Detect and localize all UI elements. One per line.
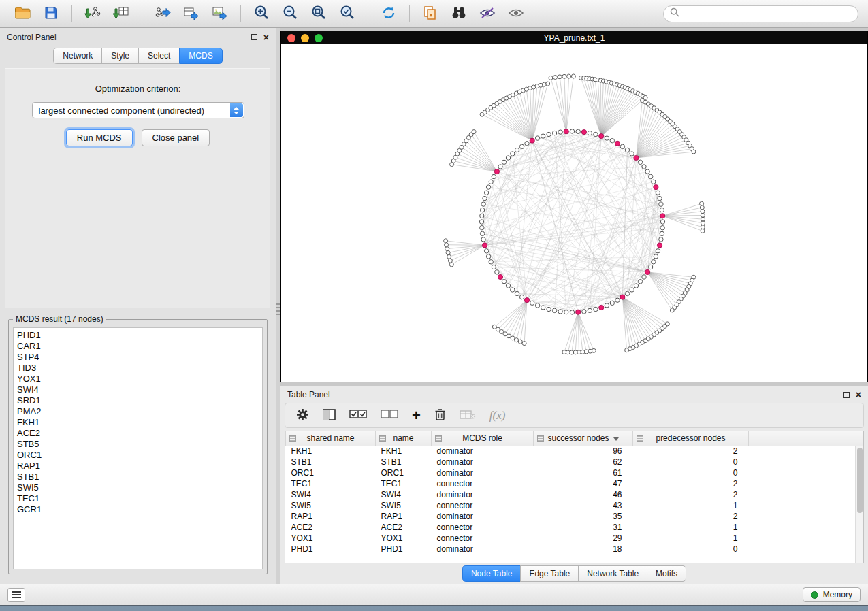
table-row[interactable]: ORC1ORC1dominator610 [286, 467, 863, 478]
table-cell[interactable]: 96 [534, 446, 633, 457]
table-cell[interactable]: connector [432, 500, 534, 511]
zoom-selected-button[interactable] [334, 3, 360, 24]
table-cell[interactable]: TEC1 [286, 478, 376, 489]
table-cell[interactable]: connector [432, 533, 534, 544]
table-cell[interactable]: SWI5 [376, 500, 432, 511]
table-cell[interactable]: 0 [633, 457, 749, 467]
zoom-out-button[interactable] [277, 3, 303, 24]
float-window-icon[interactable] [251, 34, 257, 40]
tab-network[interactable]: Network [53, 48, 101, 64]
vizmapper-button[interactable] [475, 3, 500, 24]
select-all-button[interactable] [349, 410, 367, 422]
mcds-result-item[interactable]: TEC1 [17, 493, 259, 504]
table-cell[interactable]: STB1 [376, 457, 432, 467]
column-sort-icon[interactable] [379, 435, 386, 442]
tab-node-table[interactable]: Node Table [462, 565, 521, 582]
criterion-select[interactable]: largest connected component (undirected) [32, 102, 244, 118]
table-row[interactable]: SWI5SWI5connector431 [286, 500, 863, 511]
table-cell[interactable]: 1 [633, 500, 749, 511]
table-cell[interactable]: dominator [432, 446, 534, 457]
mcds-result-item[interactable]: TID3 [17, 363, 259, 374]
mcds-result-item[interactable]: SWI5 [17, 482, 259, 493]
delete-column-button[interactable] [434, 408, 446, 423]
open-session-button[interactable] [10, 3, 35, 24]
table-settings-button[interactable] [296, 408, 309, 423]
column-sort-icon[interactable] [537, 435, 544, 442]
table-cell[interactable]: ORC1 [376, 467, 432, 478]
table-cell[interactable]: 2 [633, 511, 749, 522]
table-cell[interactable]: FKH1 [376, 446, 432, 457]
duplicate-network-button[interactable] [417, 3, 443, 24]
hide-column-button[interactable] [460, 410, 476, 422]
table-cell[interactable]: SWI5 [286, 500, 376, 511]
table-scrollbar[interactable] [855, 446, 863, 563]
table-cell[interactable]: 46 [534, 489, 633, 500]
table-cell[interactable]: 43 [534, 500, 633, 511]
search-box[interactable] [663, 5, 858, 22]
mcds-result-item[interactable]: ORC1 [17, 450, 259, 461]
zoom-fit-button[interactable] [306, 3, 332, 24]
float-window-icon[interactable] [843, 392, 850, 398]
table-cell[interactable]: 35 [534, 511, 633, 522]
table-cell[interactable]: FKH1 [286, 446, 376, 457]
table-cell[interactable]: 1 [633, 533, 749, 544]
table-cell[interactable]: 47 [534, 478, 633, 489]
table-cell[interactable]: 2 [633, 489, 749, 500]
column-filter-dropdown-icon[interactable] [613, 437, 619, 441]
table-cell[interactable]: 31 [534, 522, 633, 533]
table-cell[interactable]: 2 [633, 446, 749, 457]
mcds-result-item[interactable]: YOX1 [17, 374, 259, 384]
column-sort-icon[interactable] [435, 435, 442, 442]
close-panel-button[interactable]: Close panel [142, 129, 210, 146]
table-row[interactable]: TEC1TEC1connector472 [286, 478, 863, 489]
close-panel-icon[interactable]: × [856, 390, 861, 399]
tab-motifs[interactable]: Motifs [647, 565, 686, 582]
network-canvas[interactable] [281, 44, 867, 382]
export-image-button[interactable] [207, 3, 233, 24]
table-cell[interactable]: 2 [633, 478, 749, 489]
mcds-result-item[interactable]: STB1 [17, 472, 259, 482]
column-sort-icon[interactable] [289, 435, 296, 442]
mcds-result-item[interactable]: SRD1 [17, 395, 259, 406]
table-cell[interactable]: dominator [432, 457, 534, 467]
table-cell[interactable]: YOX1 [376, 533, 432, 544]
import-table-button[interactable] [108, 3, 134, 24]
export-table-button[interactable] [178, 3, 204, 24]
table-cell[interactable]: STB1 [286, 457, 376, 467]
memory-button[interactable]: Memory [803, 587, 861, 602]
table-cell[interactable]: dominator [432, 467, 534, 478]
function-builder-button[interactable]: f(x) [489, 409, 506, 423]
table-row[interactable]: STB1STB1dominator620 [286, 457, 863, 467]
mcds-result-item[interactable]: FKH1 [17, 417, 259, 428]
mcds-result-list[interactable]: PHD1CAR1STP4TID3YOX1SWI4SRD1PMA2FKH1ACE2… [13, 327, 263, 569]
refresh-button[interactable] [376, 3, 402, 24]
mcds-result-item[interactable]: GCR1 [17, 504, 259, 515]
table-cell[interactable]: RAP1 [286, 511, 376, 522]
column-header-shared-name[interactable]: shared name [286, 431, 376, 446]
table-cell[interactable]: 0 [633, 544, 749, 555]
search-network-button[interactable] [446, 3, 472, 24]
table-cell[interactable]: SWI4 [286, 489, 376, 500]
table-cell[interactable]: 29 [534, 533, 633, 544]
table-cell[interactable]: 1 [633, 522, 749, 533]
tab-select[interactable]: Select [138, 48, 179, 64]
table-row[interactable]: PHD1PHD1dominator180 [286, 544, 863, 555]
column-sort-icon[interactable] [637, 435, 643, 442]
deselect-all-button[interactable] [381, 410, 398, 422]
table-cell[interactable]: dominator [432, 544, 534, 555]
run-mcds-button[interactable]: Run MCDS [66, 129, 133, 146]
table-cell[interactable]: RAP1 [376, 511, 432, 522]
mcds-result-item[interactable]: STB5 [17, 439, 259, 450]
add-column-button[interactable]: + [412, 408, 421, 423]
mcds-result-item[interactable]: SWI4 [17, 384, 259, 395]
table-cell[interactable]: ACE2 [376, 522, 432, 533]
panel-divider[interactable] [276, 28, 280, 584]
table-cell[interactable]: PHD1 [376, 544, 432, 555]
table-cell[interactable]: 18 [534, 544, 633, 555]
scrollbar-thumb[interactable] [857, 448, 863, 513]
table-row[interactable]: FKH1FKH1dominator962 [286, 446, 863, 457]
show-panels-button[interactable] [7, 588, 25, 602]
table-cell[interactable]: 62 [534, 457, 633, 467]
column-header-mcds-role[interactable]: MCDS role [432, 431, 534, 446]
table-cell[interactable]: ORC1 [286, 467, 376, 478]
